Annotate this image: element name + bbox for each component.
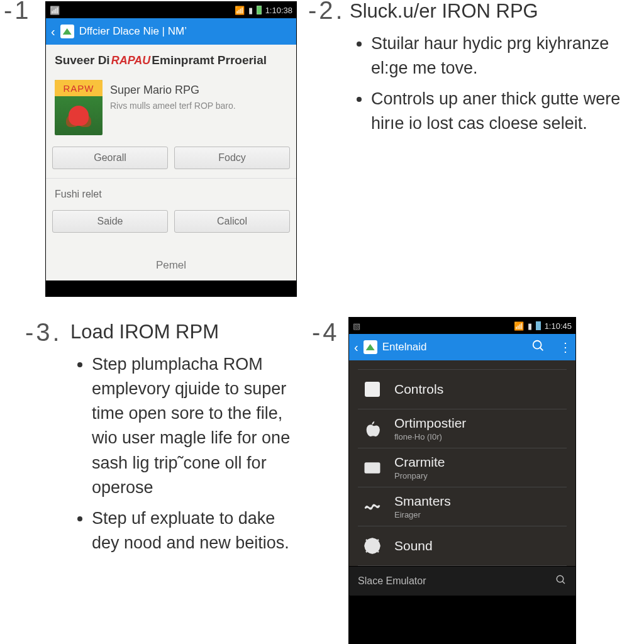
signal-icon: ▮ xyxy=(248,6,253,15)
settings-list: Controls Ortimpostier flone·Ho (I0r) Cra… xyxy=(349,360,575,566)
settings-item-label: Controls xyxy=(394,382,443,397)
step2-heading: Sluck.u/er IRON RPG xyxy=(350,0,633,23)
svg-point-0 xyxy=(533,340,541,348)
step-number-2: -2. xyxy=(308,0,343,24)
settings-item-sub: flone·Ho (I0r) xyxy=(394,432,466,441)
step3-bullets: Step plumplacha ROM emplevory qjuide to … xyxy=(70,352,303,555)
battery-icon xyxy=(536,321,541,330)
settings-item-sub: Eirager xyxy=(394,510,451,519)
settings-item-label: Smanters xyxy=(394,494,451,509)
android-status-bar-4: ▧ 📶 ▮ 1:10:45 xyxy=(349,318,575,334)
notification-icon: 📶 xyxy=(50,6,60,15)
action-bar-4: ‹ Entelnaid ⋮ xyxy=(349,334,575,360)
game-subtitle: Rivs mulls ameel terf ROP baro. xyxy=(110,101,287,111)
app-logo-icon xyxy=(60,25,74,38)
svg-point-5 xyxy=(557,575,564,582)
game-cover-art: RAPW xyxy=(55,80,103,135)
step3-bullet-1: Step plumplacha ROM emplevory qjuide to … xyxy=(92,352,303,500)
settings-item-label: Ortimpostier xyxy=(394,416,466,431)
wifi-icon: 📶 xyxy=(514,321,524,331)
overflow-menu-icon[interactable]: ⋮ xyxy=(559,340,570,355)
statusbar-clock-4: 1:10:45 xyxy=(545,321,572,331)
wave-icon xyxy=(362,496,383,518)
gear-icon xyxy=(362,535,383,557)
card-icon xyxy=(362,457,383,479)
step3-heading: Load IROM RPM xyxy=(70,321,303,343)
settings-item-label: Crarmite xyxy=(394,455,445,470)
phone-screenshot-4: ▧ 📶 ▮ 1:10:45 ‹ Entelnaid ⋮ Controls xyxy=(348,317,576,644)
square-icon xyxy=(362,379,383,400)
search-bar-label: Slace Emulator xyxy=(358,575,426,587)
settings-item-sub: Pronpary xyxy=(394,471,445,480)
svg-line-6 xyxy=(562,581,565,584)
step-number-3: -3. xyxy=(25,318,60,346)
settings-item-crarmite[interactable]: Crarmite Pronpary xyxy=(358,448,567,487)
apple-icon xyxy=(362,418,383,440)
notification-icon: ▧ xyxy=(353,321,360,331)
signal-icon: ▮ xyxy=(528,321,532,331)
game-title: Super Mario RPG xyxy=(110,84,287,97)
button-georall[interactable]: Georall xyxy=(52,147,168,169)
section-label: Fushi relet xyxy=(46,178,296,210)
svg-line-1 xyxy=(540,347,543,350)
wifi-icon: 📶 xyxy=(235,6,245,15)
phone-screenshot-1: 📶 📶 ▮ 1:10:38 ‹ Dffcier Dlace Nie | NM’ … xyxy=(45,1,297,297)
step2-bullet-2: Controls up aner thick gutte were hirıe … xyxy=(371,87,633,136)
step3-bullet-2: Step uf expluate to dake dey nood and ne… xyxy=(92,506,303,555)
step2-bullets: Stuilar haur hydic prg kiyhranze el:ge m… xyxy=(350,31,633,136)
step-number-1: -1 xyxy=(4,0,29,24)
settings-item-sound[interactable]: Sound xyxy=(358,526,567,566)
game-row: RAPW Super Mario RPG Rivs mulls ameel te… xyxy=(46,71,296,147)
settings-item-label: Sound xyxy=(394,538,433,553)
search-icon xyxy=(555,574,567,588)
battery-icon xyxy=(257,6,262,14)
settings-item-controls[interactable]: Controls xyxy=(358,369,567,409)
android-status-bar: 📶 📶 ▮ 1:10:38 xyxy=(46,2,296,18)
bottom-search-bar[interactable]: Slace Emulator xyxy=(349,566,575,596)
action-bar-title-4: Entelnaid xyxy=(382,341,518,353)
app-logo-icon xyxy=(364,340,377,354)
action-bar-title: Dffcier Dlace Nie | NM’ xyxy=(79,25,291,38)
svg-rect-2 xyxy=(365,463,380,472)
search-icon[interactable] xyxy=(531,339,545,356)
button-saide[interactable]: Saide xyxy=(52,210,168,233)
dialog-title: Suveer DiRAPAUEminpramt Prroerial xyxy=(46,45,296,71)
settings-item-ortimpostier[interactable]: Ortimpostier flone·Ho (I0r) xyxy=(358,409,567,448)
svg-point-4 xyxy=(365,539,380,553)
action-bar: ‹ Dffcier Dlace Nie | NM’ xyxy=(46,18,296,45)
back-icon[interactable]: ‹ xyxy=(354,340,358,355)
button-calicol[interactable]: Calicol xyxy=(174,210,290,233)
footer-label: Pemel xyxy=(46,242,296,280)
statusbar-clock: 1:10:38 xyxy=(265,6,292,15)
settings-item-smanters[interactable]: Smanters Eirager xyxy=(358,487,567,526)
back-icon[interactable]: ‹ xyxy=(51,25,55,39)
brand-logo-text: RAPAU xyxy=(111,54,151,67)
button-fodcy[interactable]: Fodcy xyxy=(174,147,290,169)
step-number-4: -4 xyxy=(312,318,337,346)
step2-bullet-1: Stuilar haur hydic prg kiyhranze el:ge m… xyxy=(371,31,633,80)
